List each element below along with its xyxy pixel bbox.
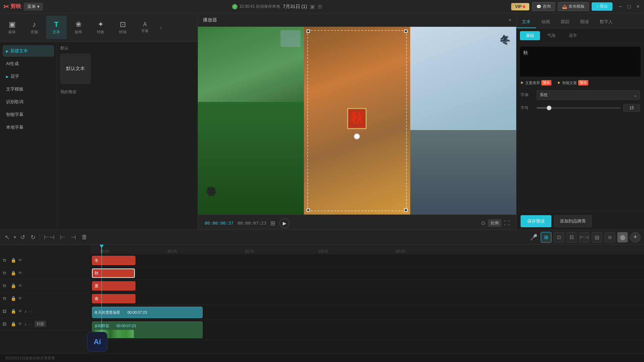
center-move-handle[interactable] <box>354 133 360 139</box>
close-button[interactable]: × <box>635 4 641 9</box>
track-audio-5[interactable]: ♪ <box>24 309 26 314</box>
sidebar-item-new-text[interactable]: ▶ 新建文本 <box>3 45 54 57</box>
ai-badge-bottom[interactable]: Ai <box>87 332 107 352</box>
track-lock-1[interactable]: 🔒 <box>11 258 16 263</box>
tool-audio[interactable]: ♪ 音频 <box>24 16 45 39</box>
tab-animation[interactable]: 动画 <box>536 16 555 28</box>
tool-sticker[interactable]: ❀ 贴纸 <box>68 16 89 39</box>
tool-subtitle-label: 字幕 <box>141 28 149 34</box>
playhead-track-1 <box>101 254 102 266</box>
snap-button[interactable]: ⊞ <box>541 232 551 243</box>
tool-text[interactable]: T 文本 <box>46 16 67 39</box>
save-preset-button[interactable]: 保存预设 <box>521 215 551 227</box>
sidebar-item-text-template[interactable]: 文字模板 <box>3 83 54 95</box>
add-to-timeline-button[interactable]: + <box>630 232 641 243</box>
split-left-button[interactable]: ⊢ <box>59 232 67 242</box>
subtab-basic[interactable]: 基础 <box>520 31 540 40</box>
export-button[interactable]: ↑ 导出 <box>592 2 612 11</box>
ratio-button[interactable]: 比例 <box>488 219 501 227</box>
link-button[interactable]: ⛓ <box>566 232 577 243</box>
color-button[interactable]: ⬤ <box>617 232 628 243</box>
clip-dong[interactable]: 冬 <box>92 256 136 265</box>
size-slider-track[interactable] <box>537 107 621 109</box>
main-track-button[interactable]: ▤ <box>592 232 602 243</box>
tab-tracking[interactable]: 跟踪 <box>555 16 575 28</box>
tool-subtitle[interactable]: A 字幕 <box>135 16 155 39</box>
track-audio-6[interactable]: ♪ <box>24 322 26 326</box>
track-type-ti-3: TI <box>3 284 9 288</box>
menu-button[interactable]: 菜单 ▾ <box>24 3 43 11</box>
clip-field-video[interactable]: 乡间野花 00:00:07:23 <box>92 321 203 338</box>
auto-scroll-button[interactable]: ⊡ <box>553 232 564 243</box>
redo-button[interactable]: ↻ <box>29 232 37 242</box>
tool-media[interactable]: ▣ 媒体 <box>2 16 22 39</box>
track-vis-5[interactable]: 👁 <box>18 309 22 314</box>
fullscreen-button[interactable]: ⛶ <box>504 220 509 226</box>
copywriting-recommend-btn[interactable]: ✦ 文案推荐 限免 <box>520 80 551 85</box>
player-menu-icon[interactable]: ≡ <box>508 17 511 22</box>
size-slider-thumb[interactable] <box>547 106 551 110</box>
play-button[interactable]: ▶ <box>279 218 289 228</box>
track-lock-6[interactable]: 🔒 <box>11 321 16 326</box>
sidebar-item-smart-caption[interactable]: 智能字幕 <box>3 109 54 120</box>
smart-copywriting-btn[interactable]: ✦ 智能文案 限免 <box>557 80 588 85</box>
clip-winter-video[interactable]: 冬天的雪景场景 00:00:07:23 <box>92 307 203 318</box>
grid-layout-icon[interactable]: ⊞ <box>270 220 275 227</box>
current-time: 00:00:00:37 <box>205 221 233 226</box>
tl-right-tools: 🎤 ⊞ ⊡ ⛓ ⊢⊣ ▤ ⊖ ⬤ + <box>529 232 641 243</box>
track-lock-5[interactable]: 🔒 <box>11 309 16 314</box>
smart-copywriting-badge: 限免 <box>578 80 588 85</box>
sidebar-item-ai-generate[interactable]: AI生成 <box>3 58 54 69</box>
sidebar-item-fancy-text[interactable]: ▶ 花字 <box>3 71 54 82</box>
split-button[interactable]: ⊢⊣ <box>43 232 56 242</box>
track-lock-3[interactable]: 🔒 <box>11 283 16 288</box>
maximize-button[interactable]: □ <box>627 4 632 9</box>
subtab-bubble[interactable]: 气泡 <box>541 31 561 40</box>
tl-arrow-expand[interactable]: ▾ <box>14 235 16 240</box>
circle-minus-button[interactable]: ⊖ <box>604 232 615 243</box>
track-lock-4[interactable]: 🔒 <box>11 296 16 301</box>
font-select[interactable]: 系统 ⌄ <box>537 90 640 100</box>
track-label-xia: TI 🔒 👁 <box>0 280 91 292</box>
mic-button[interactable]: 🎤 <box>529 232 539 242</box>
consult-button[interactable]: 💬 咨询 <box>532 2 555 11</box>
select-tool-button[interactable]: ↖ <box>3 232 11 242</box>
delete-button[interactable]: 🗑 <box>80 232 89 242</box>
align-center-button[interactable]: ⊢⊣ <box>579 232 590 243</box>
toolbar-more[interactable]: › <box>157 16 165 39</box>
track-vis-3[interactable]: 👁 <box>18 283 22 288</box>
undo-button[interactable]: ↺ <box>19 232 26 242</box>
minimize-button[interactable]: − <box>618 4 623 9</box>
track-vis-4[interactable]: 👁 <box>18 296 22 301</box>
add-brand-button[interactable]: 添加到品牌库 <box>554 215 592 227</box>
track-vis-2[interactable]: 👁 <box>18 270 22 276</box>
clip-chun[interactable]: 春 <box>92 294 136 303</box>
track-more-5[interactable]: ··· <box>29 309 33 314</box>
publish-template-button[interactable]: 📤 发布模板 <box>558 2 589 11</box>
subtab-fancy[interactable]: 花字 <box>563 31 583 40</box>
default-text-card[interactable]: 默认文本 <box>60 54 91 84</box>
tool-text-label: 文本 <box>53 29 60 35</box>
text-input-area[interactable]: 秋 <box>520 47 641 77</box>
split-right-button[interactable]: ⊣ <box>69 232 77 242</box>
tab-reading[interactable]: 朗读 <box>575 16 594 28</box>
ai-badge-text: Ai <box>94 338 101 346</box>
track-more-6[interactable]: ··· <box>29 321 33 327</box>
sidebar-item-local-caption[interactable]: 本地字幕 <box>3 122 54 133</box>
size-value[interactable]: 15 <box>623 104 640 112</box>
sidebar-item-identify-lyrics[interactable]: 识别歌词 <box>3 96 54 108</box>
clip-xia[interactable]: 夏 <box>92 281 136 291</box>
playhead[interactable] <box>101 245 102 254</box>
tool-effects[interactable]: ✦ 特效 <box>90 16 111 39</box>
tab-digital-human[interactable]: 数字人 <box>594 16 618 28</box>
size-property-row: 字号 15 <box>517 102 644 114</box>
track-vis-1[interactable]: 👁 <box>18 258 22 263</box>
screenshot-button[interactable]: ⊙ <box>481 220 485 226</box>
vip-button[interactable]: VIP <box>511 3 529 10</box>
clip-qiu[interactable]: 秋 <box>92 268 135 278</box>
track-lock-2[interactable]: 🔒 <box>11 270 16 276</box>
tab-text[interactable]: 文本 <box>517 16 536 28</box>
track-vis-6[interactable]: 👁 <box>18 321 22 326</box>
track-clip-qiu: 秋 <box>91 267 644 280</box>
tool-transition[interactable]: ⊡ 转场 <box>112 16 133 39</box>
